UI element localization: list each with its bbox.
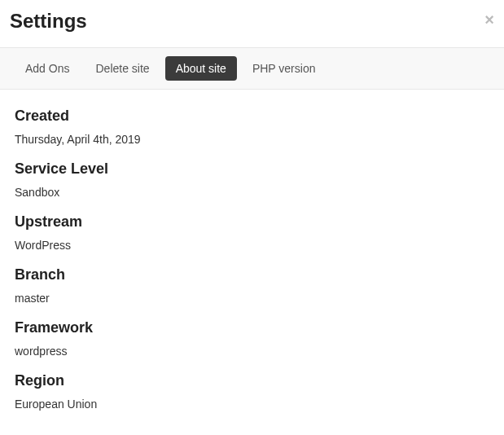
field-label: Upstream [15, 213, 489, 231]
modal-title: Settings [10, 10, 494, 33]
close-icon[interactable]: × [484, 11, 494, 28]
field-label: Service Level [15, 160, 489, 178]
field-service-level: Service Level Sandbox [15, 160, 489, 199]
tab-delete-site[interactable]: Delete site [85, 56, 160, 81]
field-value: Thursday, April 4th, 2019 [15, 133, 489, 146]
field-upstream: Upstream WordPress [15, 213, 489, 252]
field-region: Region European Union [15, 372, 489, 411]
field-value: WordPress [15, 239, 489, 252]
tab-php-version[interactable]: PHP version [242, 56, 327, 81]
modal-header: Settings × [0, 0, 504, 47]
tab-about-site[interactable]: About site [165, 56, 237, 81]
field-value: master [15, 292, 489, 305]
field-branch: Branch master [15, 266, 489, 305]
tabs-bar: Add Ons Delete site About site PHP versi… [0, 47, 504, 90]
field-value: Sandbox [15, 186, 489, 199]
tab-add-ons[interactable]: Add Ons [15, 56, 80, 81]
field-label: Branch [15, 266, 489, 283]
field-created: Created Thursday, April 4th, 2019 [15, 108, 489, 146]
field-value: European Union [15, 398, 489, 411]
about-site-content: Created Thursday, April 4th, 2019 Servic… [0, 90, 504, 435]
field-label: Created [15, 108, 489, 125]
field-label: Region [15, 372, 489, 389]
field-value: wordpress [15, 345, 489, 358]
field-label: Framework [15, 319, 489, 336]
field-framework: Framework wordpress [15, 319, 489, 358]
